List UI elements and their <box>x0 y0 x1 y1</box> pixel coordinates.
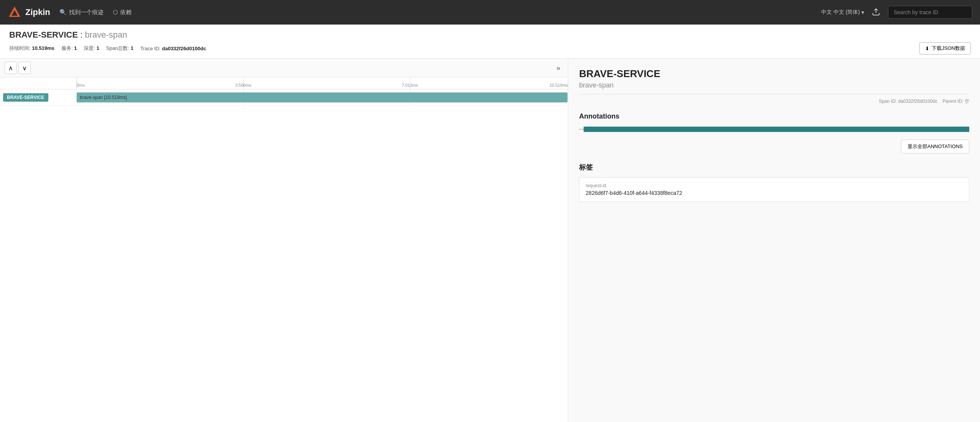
page-header: BRAVE-SERVICE : brave-span 持续时间: 10.519m… <box>0 25 980 59</box>
tick-label-0: 0ms <box>77 83 85 89</box>
span-label: BRAVE-SERVICE <box>0 93 77 102</box>
span-bar-container: brave-span [10.519ms] <box>77 89 568 105</box>
services-label: 服务: 1 <box>61 45 77 52</box>
navbar-right: 中文 中文 (简体) ▾ <box>821 6 972 19</box>
logo-area: Zipkin <box>8 5 50 19</box>
service-badge: BRAVE-SERVICE <box>3 93 48 102</box>
span-count-label: Span总数: 1 <box>106 45 134 52</box>
span-bar[interactable]: brave-span [10.519ms] <box>77 92 568 102</box>
zipkin-logo-icon <box>8 5 21 19</box>
timeline-label-col <box>0 77 77 89</box>
annotations-bar <box>584 127 969 132</box>
tick-label-3: 10.519ms <box>549 83 568 89</box>
trace-id-label: Trace ID: da0332f26d0100dc <box>140 46 206 51</box>
parent-id-value: 空 <box>965 99 969 104</box>
annotations-title: Annotations <box>579 112 969 120</box>
download-icon: ⬇ <box>925 46 929 51</box>
span-id-label: Span ID: <box>879 99 897 104</box>
search-icon: 🔍 <box>59 9 67 16</box>
page-span-name: brave-span <box>85 30 127 40</box>
tags-title: 标签 <box>579 163 969 172</box>
collapse-up-button[interactable]: ∧ <box>5 62 17 74</box>
tick-label-2: 7.013ms <box>402 83 418 89</box>
detail-span-name: brave-span <box>579 81 969 89</box>
double-arrow-icon: » <box>556 64 560 72</box>
parent-id-label: Parent ID: <box>943 99 964 104</box>
span-id-value: da0332f26d0100dc <box>898 99 937 104</box>
chevron-down-icon: ▾ <box>861 9 864 15</box>
page-meta-left: 持续时间: 10.519ms 服务: 1 深度: 1 Span总数: 1 Tra… <box>9 45 206 52</box>
nav-dependency-label: 依赖 <box>120 9 132 16</box>
depth-label: 深度: 1 <box>84 45 99 52</box>
download-json-button[interactable]: ⬇ 下载JSON数据 <box>919 42 971 54</box>
timeline-ticks: 0ms 3.506ms 7.013ms 10.519ms <box>77 77 568 89</box>
arrow-up-icon: ∧ <box>8 64 13 72</box>
duration-label: 持续时间: 10.519ms <box>9 45 54 52</box>
detail-ids: Span ID: da0332f26d0100dc Parent ID: 空 <box>579 94 969 105</box>
expand-down-button[interactable]: ∨ <box>18 62 31 74</box>
main-layout: ∧ ∨ » 0ms 3.506ms <box>0 59 980 422</box>
tag-key: request-id <box>586 183 963 188</box>
tag-card: request-id 2826d6f7-b4d6-410f-a644-f4338… <box>579 177 969 202</box>
translate-icon: 中文 <box>821 9 832 16</box>
nav-find-trace-label: 找到一个痕迹 <box>69 9 104 16</box>
page-title: BRAVE-SERVICE : brave-span <box>9 30 971 40</box>
annotations-bar-line-left <box>579 129 584 130</box>
navbar: Zipkin 🔍 找到一个痕迹 ⬡ 依赖 中文 中文 (简体) ▾ <box>0 0 980 25</box>
timeline-header: 0ms 3.506ms 7.013ms 10.519ms <box>0 77 568 89</box>
arrow-down-icon: ∨ <box>22 64 27 72</box>
language-label: 中文 (简体) <box>833 9 860 16</box>
nav-find-trace[interactable]: 🔍 找到一个痕迹 <box>59 9 104 16</box>
expand-all-button[interactable]: » <box>553 63 563 74</box>
show-annotations-button[interactable]: 显示全部ANNOTATIONS <box>901 140 969 153</box>
trace-toolbar: ∧ ∨ » <box>0 59 568 77</box>
trace-toolbar-left: ∧ ∨ <box>5 62 31 74</box>
trace-panel: ∧ ∨ » 0ms 3.506ms <box>0 59 568 422</box>
dependency-icon: ⬡ <box>113 9 118 16</box>
upload-button[interactable] <box>870 6 882 19</box>
page-title-separator: : <box>80 30 85 40</box>
table-row: BRAVE-SERVICE brave-span [10.519ms] <box>0 89 568 105</box>
trace-id-search-input[interactable] <box>888 6 972 19</box>
tick-label-1: 3.506ms <box>235 83 251 89</box>
timeline-container: 0ms 3.506ms 7.013ms 10.519ms BRAVE-SERVI… <box>0 77 568 422</box>
detail-panel: BRAVE-SERVICE brave-span Span ID: da0332… <box>568 59 980 422</box>
nav-dependency[interactable]: ⬡ 依赖 <box>113 9 132 16</box>
page-meta: 持续时间: 10.519ms 服务: 1 深度: 1 Span总数: 1 Tra… <box>9 42 971 54</box>
page-service-name: BRAVE-SERVICE <box>9 30 78 40</box>
span-bar-label: brave-span [10.519ms] <box>80 95 127 100</box>
navbar-nav: 🔍 找到一个痕迹 ⬡ 依赖 <box>59 9 812 16</box>
annotations-bar-wrapper <box>579 127 969 132</box>
tag-value: 2826d6f7-b4d6-410f-a644-f4338f8eca72 <box>586 190 963 196</box>
detail-service-name: BRAVE-SERVICE <box>579 68 969 80</box>
language-selector[interactable]: 中文 中文 (简体) ▾ <box>821 9 864 16</box>
app-title: Zipkin <box>25 7 50 17</box>
